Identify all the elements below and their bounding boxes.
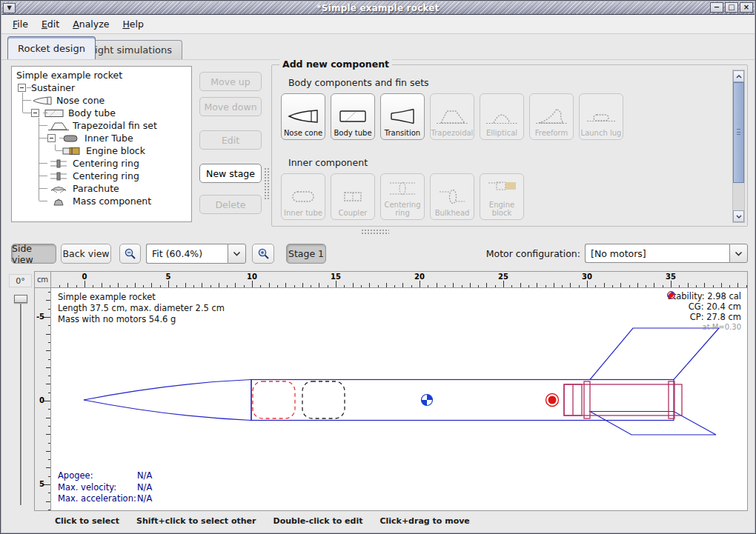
tree-row-centering-ring-2[interactable]: Centering ring	[15, 170, 191, 182]
button-label: Back view	[62, 248, 109, 259]
engine-block-icon	[485, 176, 519, 201]
tree-row-parachute[interactable]: Parachute	[15, 182, 191, 195]
zoom-level-combobox[interactable]: Fit (60.4%)	[146, 244, 246, 264]
rotation-slider-track[interactable]	[20, 301, 21, 505]
nose-cone-icon	[31, 95, 53, 106]
back-view-button[interactable]: Back view	[61, 244, 111, 264]
v-ruler-label: 0	[36, 396, 44, 404]
menu-analyze[interactable]: Analyze	[66, 16, 116, 32]
component-panel-scrollbar[interactable]	[732, 70, 745, 223]
max-acceleration-value: N/A	[137, 493, 152, 504]
h-ruler-label: 20	[414, 273, 425, 281]
add-elliptical-fin-button[interactable]: Elliptical	[480, 93, 524, 140]
button-label: Centering ring	[381, 201, 424, 217]
menu-edit[interactable]: Edit	[35, 16, 66, 32]
scrollbar-thumb[interactable]	[733, 82, 744, 183]
tree-row-centering-ring-1[interactable]: Centering ring	[15, 157, 191, 170]
centering-ring-icon	[47, 170, 70, 181]
scroll-down-button[interactable]	[733, 210, 744, 222]
max-velocity-label: Max. velocity:	[58, 482, 137, 493]
window-menu-button[interactable]: ▼	[3, 3, 16, 13]
add-nose-cone-button[interactable]: Nose cone	[281, 93, 325, 140]
add-trapezoidal-fin-button[interactable]: Trapezoidal	[430, 93, 474, 140]
scrollbar-track[interactable]	[733, 82, 744, 210]
tree-row-inner-tube[interactable]: Inner Tube	[15, 132, 191, 144]
magnifier-plus-icon	[257, 247, 270, 260]
rotation-slider-thumb[interactable]	[14, 295, 27, 303]
tree-expander[interactable]	[31, 107, 43, 119]
rocket-canvas[interactable]: Simple example rocket Length 37.5 cm, ma…	[51, 288, 747, 510]
add-launch-lug-button[interactable]: Launch lug	[579, 93, 623, 140]
stage-1-toggle-button[interactable]: Stage 1	[286, 244, 326, 264]
tree-guide	[31, 195, 47, 207]
new-stage-button[interactable]: New stage	[199, 164, 262, 183]
ruler-unit-label: cm	[35, 272, 51, 288]
add-transition-button[interactable]: Transition	[380, 93, 425, 140]
maximize-button[interactable]: □	[725, 2, 738, 13]
rocket-view-panel: cm 0 5 10 15 20 25 30 35 -5 0 5	[34, 271, 748, 511]
add-body-tube-button[interactable]: Body tube	[331, 93, 375, 140]
title-bar[interactable]: ▼ *Simple example rocket − □ ×	[1, 1, 755, 15]
button-label: Move down	[204, 101, 256, 113]
group-label-body-components: Body components and fin sets	[288, 77, 429, 88]
cp-text: CP: 27.8 cm	[690, 312, 741, 322]
add-inner-tube-button[interactable]: Inner tube	[281, 173, 325, 220]
tree-expander[interactable]	[15, 81, 31, 94]
zoom-in-button[interactable]	[252, 244, 274, 264]
button-label: Engine block	[480, 201, 523, 217]
horizontal-splitter[interactable]	[361, 229, 389, 235]
edit-button[interactable]: Edit	[199, 130, 262, 150]
group-label-inner-component: Inner component	[288, 157, 368, 168]
centering-ring-icon	[47, 158, 70, 169]
tree-row-mass-component[interactable]: Mass component	[15, 195, 191, 207]
rocket-mass-text: Mass with no motors 54.6 g	[58, 314, 225, 325]
apogee-label: Apogee:	[58, 470, 137, 481]
h-ruler-label: 30	[582, 273, 592, 281]
delete-button[interactable]: Delete	[199, 195, 262, 214]
tree-guide	[31, 157, 47, 170]
menu-help[interactable]: Help	[116, 16, 150, 32]
mass-component-icon	[47, 196, 70, 207]
button-label: Inner tube	[284, 209, 322, 217]
body-tube-icon	[336, 104, 370, 129]
tree-row-nose-cone[interactable]: Nose cone	[15, 94, 191, 107]
tree-label: Centering ring	[73, 170, 139, 181]
tree-guide	[15, 94, 31, 107]
trapezoidal-fin-icon	[435, 104, 469, 129]
cg-marker	[422, 395, 433, 406]
menu-file[interactable]: File	[6, 16, 35, 32]
tree-label: Parachute	[73, 183, 119, 194]
tree-row-sustainer[interactable]: Sustainer	[15, 81, 191, 94]
minimize-button[interactable]: −	[710, 2, 723, 13]
tree-guide	[31, 144, 47, 157]
add-centering-ring-button[interactable]: Centering ring	[380, 173, 425, 220]
zoom-combo-arrow-button[interactable]	[228, 244, 246, 264]
motor-mount-assembly	[564, 381, 682, 418]
side-view-button[interactable]: Side view	[11, 244, 56, 264]
parachute-outline	[253, 381, 295, 418]
tree-label: Body tube	[68, 107, 116, 119]
tree-expander[interactable]	[47, 132, 59, 144]
tree-row-trapezoidal-fin-set[interactable]: Trapezoidal fin set	[15, 119, 191, 132]
move-down-button[interactable]: Move down	[199, 97, 262, 116]
tree-row-engine-block[interactable]: Engine block	[15, 144, 191, 157]
add-coupler-button[interactable]: Coupler	[331, 173, 375, 220]
add-engine-block-button[interactable]: Engine block	[480, 173, 524, 220]
vertical-splitter[interactable]	[264, 167, 270, 200]
button-label: Bulkhead	[435, 209, 470, 217]
chevron-down-icon	[736, 215, 742, 218]
status-hint-bar: Click to select Shift+click to select ot…	[1, 512, 755, 530]
add-bulkhead-button[interactable]: Bulkhead	[430, 173, 474, 220]
add-freeform-fin-button[interactable]: Freeform	[529, 93, 574, 140]
motor-combo-arrow-button[interactable]	[729, 244, 748, 263]
tab-rocket-design[interactable]: Rocket design	[7, 36, 96, 59]
hint-click-select: Click to select	[55, 516, 119, 526]
tree-label: Engine block	[86, 145, 145, 156]
scroll-up-button[interactable]	[733, 70, 744, 82]
zoom-out-button[interactable]	[119, 244, 141, 264]
close-button[interactable]: ×	[740, 2, 753, 13]
motor-configuration-combobox[interactable]: [No motors]	[585, 244, 748, 263]
tree-row-body-tube[interactable]: Body tube	[15, 107, 191, 119]
tree-row-rocket[interactable]: Simple example rocket	[15, 69, 191, 81]
move-up-button[interactable]: Move up	[199, 72, 262, 91]
